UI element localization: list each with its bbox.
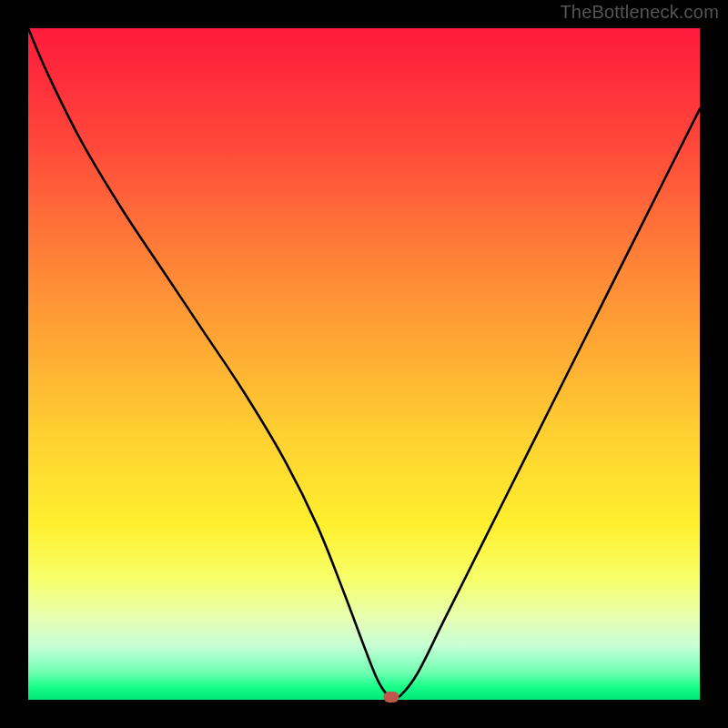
watermark-text: TheBottleneck.com: [560, 2, 719, 23]
bottleneck-curve: [28, 28, 700, 700]
chart-frame: TheBottleneck.com: [0, 0, 728, 728]
plot-area: [28, 28, 700, 700]
optimal-marker: [383, 692, 399, 703]
